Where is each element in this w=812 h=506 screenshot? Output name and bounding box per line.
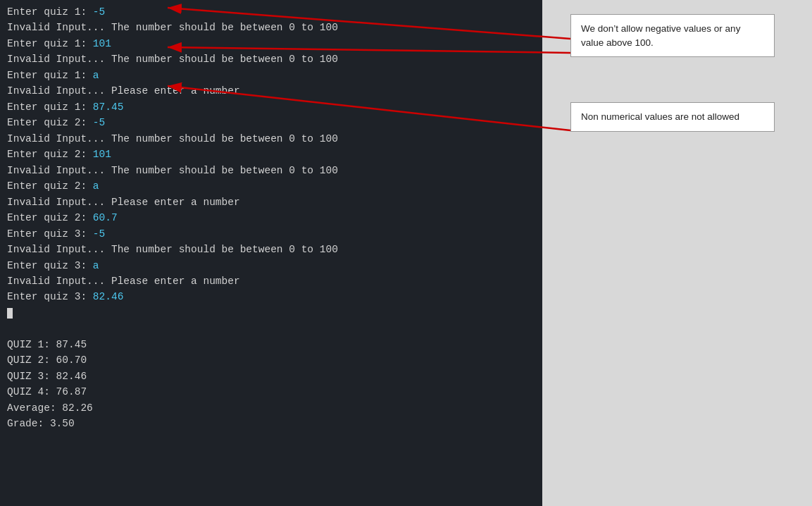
- terminal-line-13: Invalid Input... Please enter a number: [7, 195, 535, 210]
- annotation-text-1: We don’t allow negative values or any va…: [581, 23, 740, 48]
- terminal-line-19: Enter quiz 3: 82.46: [7, 289, 535, 304]
- terminal-line-1: Enter quiz 1: -5: [7, 4, 535, 20]
- terminal-line-3: Enter quiz 1: 101: [7, 36, 535, 51]
- annotations-panel: We don’t allow negative values or any va…: [542, 0, 812, 506]
- terminal-panel: Enter quiz 1: -5 Invalid Input... The nu…: [0, 0, 542, 506]
- terminal-line-9: Invalid Input... The number should be be…: [7, 131, 535, 147]
- terminal-line-2: Invalid Input... The number should be be…: [7, 20, 535, 35]
- annotation-box-2: Non numerical values are not allowed: [570, 102, 775, 132]
- terminal-average: Average: 82.26: [7, 400, 535, 416]
- terminal-blank: [7, 321, 535, 336]
- terminal-line-18: Invalid Input... Please enter a number: [7, 273, 535, 289]
- terminal-line-17: Enter quiz 3: a: [7, 258, 535, 273]
- terminal-line-14: Enter quiz 2: 60.7: [7, 210, 535, 226]
- terminal-line-11: Invalid Input... The number should be be…: [7, 163, 535, 178]
- terminal-line-5: Enter quiz 1: a: [7, 68, 535, 83]
- terminal-cursor-line: [7, 305, 535, 321]
- annotation-text-2: Non numerical values are not allowed: [581, 111, 739, 122]
- terminal-result-3: QUIZ 3: 82.46: [7, 369, 535, 384]
- terminal-line-12: Enter quiz 2: a: [7, 178, 535, 194]
- terminal-result-4: QUIZ 4: 76.87: [7, 384, 535, 400]
- terminal-line-6: Invalid Input... Please enter a number: [7, 83, 535, 99]
- terminal-line-4: Invalid Input... The number should be be…: [7, 51, 535, 67]
- terminal-line-8: Enter quiz 2: -5: [7, 115, 535, 130]
- terminal-result-1: QUIZ 1: 87.45: [7, 337, 535, 352]
- terminal-line-10: Enter quiz 2: 101: [7, 147, 535, 162]
- terminal-line-7: Enter quiz 1: 87.45: [7, 99, 535, 115]
- terminal-result-2: QUIZ 2: 60.70: [7, 352, 535, 368]
- terminal-grade: Grade: 3.50: [7, 416, 535, 431]
- terminal-line-15: Enter quiz 3: -5: [7, 226, 535, 242]
- terminal-line-16: Invalid Input... The number should be be…: [7, 242, 535, 257]
- annotation-box-1: We don’t allow negative values or any va…: [570, 14, 775, 57]
